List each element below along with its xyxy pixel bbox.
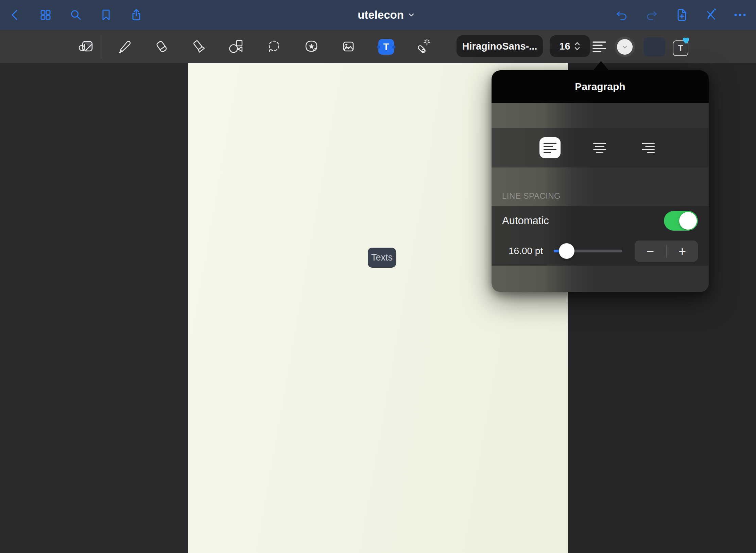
font-size-label: 16 xyxy=(559,41,570,52)
popover-band xyxy=(492,266,709,292)
chevron-down-small-icon xyxy=(622,44,628,50)
shapes-tool-button[interactable] xyxy=(226,37,245,56)
alignment-group xyxy=(492,128,709,167)
bookmark-button[interactable] xyxy=(99,7,114,22)
notes-app-window: utelecon xyxy=(0,0,756,553)
laser-pointer-tool-button[interactable] xyxy=(414,37,433,56)
grid-icon xyxy=(38,7,53,22)
share-icon xyxy=(129,7,144,22)
end-editing-button[interactable] xyxy=(703,7,718,22)
popover-title: Paragraph xyxy=(575,81,625,92)
undo-icon xyxy=(614,7,629,22)
redo-icon xyxy=(644,7,659,22)
automatic-label: Automatic xyxy=(502,215,549,227)
chevron-down-icon xyxy=(408,12,415,18)
align-left-glyph-icon xyxy=(544,142,556,154)
up-down-chevrons-icon xyxy=(574,40,581,52)
text-tool-button[interactable]: T xyxy=(377,37,396,56)
page-grid-button[interactable] xyxy=(38,7,53,22)
scribble-tool-button[interactable] xyxy=(77,37,96,56)
sticker-icon xyxy=(302,37,321,56)
align-left-icon xyxy=(592,41,606,53)
shapes-icon xyxy=(226,37,245,56)
align-center-button[interactable] xyxy=(584,132,615,163)
ellipsis-icon xyxy=(733,7,748,22)
increase-button[interactable]: + xyxy=(667,240,698,262)
lasso-tool-button[interactable] xyxy=(264,37,284,56)
redo-button[interactable] xyxy=(644,7,659,22)
pen-icon xyxy=(115,37,134,56)
highlighter-icon xyxy=(190,37,209,56)
favorite-text-style-button[interactable]: T xyxy=(670,37,689,56)
search-button[interactable] xyxy=(68,7,83,22)
text-handle-right xyxy=(392,46,395,49)
share-button[interactable] xyxy=(129,7,144,22)
align-right-button[interactable] xyxy=(633,132,664,163)
text-color-swatch[interactable] xyxy=(615,37,635,57)
decrease-button[interactable]: − xyxy=(635,240,666,262)
back-button[interactable] xyxy=(8,7,23,22)
document-title-button[interactable]: utelecon xyxy=(345,0,427,30)
font-family-button[interactable]: HiraginoSans-... xyxy=(457,35,543,57)
line-spacing-controls: Automatic 16.00 pt − + xyxy=(492,206,709,266)
line-spacing-section-label: LINE SPACING xyxy=(502,191,561,201)
search-icon xyxy=(68,7,83,22)
line-spacing-value: 16.00 pt xyxy=(509,246,543,256)
toggle-knob xyxy=(679,212,697,230)
paragraph-options-button[interactable] xyxy=(590,37,609,56)
image-tool-button[interactable] xyxy=(339,37,358,56)
pencil-cross-icon xyxy=(703,7,718,22)
lasso-icon xyxy=(264,37,284,56)
paragraph-popover: Paragraph LINE SPACING Autom xyxy=(492,70,709,292)
sticker-tool-button[interactable] xyxy=(302,37,321,56)
text-handle-left xyxy=(377,46,380,49)
page-title: utelecon xyxy=(358,8,404,21)
align-center-glyph-icon xyxy=(593,142,606,154)
font-size-stepper[interactable]: 16 xyxy=(550,35,590,57)
align-left-button[interactable] xyxy=(534,132,566,163)
more-button[interactable] xyxy=(733,7,748,22)
bookmark-icon xyxy=(99,7,114,22)
scribble-icon xyxy=(77,37,96,56)
slider-knob[interactable] xyxy=(559,243,574,259)
line-spacing-stepper: − + xyxy=(635,240,698,262)
heart-icon xyxy=(682,37,690,45)
eraser-icon xyxy=(152,37,171,56)
line-spacing-slider[interactable] xyxy=(554,240,622,262)
add-page-icon xyxy=(674,7,689,22)
color-well xyxy=(617,39,633,55)
eraser-tool-button[interactable] xyxy=(152,37,171,56)
text-tool-selected-icon: T xyxy=(378,39,394,55)
laser-pointer-icon xyxy=(414,37,433,56)
highlighter-tool-button[interactable] xyxy=(190,37,209,56)
font-family-label: HiraginoSans-... xyxy=(462,41,537,52)
text-object[interactable]: Texts xyxy=(368,248,396,268)
image-icon xyxy=(339,37,358,56)
align-right-glyph-icon xyxy=(642,142,655,154)
toolbar-divider xyxy=(101,35,101,59)
pen-tool-button[interactable] xyxy=(115,37,134,56)
inactive-style-swatch xyxy=(643,37,665,56)
tools-toolbar: T HiraginoSans-... 16 xyxy=(0,30,756,63)
automatic-toggle[interactable] xyxy=(664,211,698,231)
popover-header: Paragraph xyxy=(492,70,709,103)
undo-button[interactable] xyxy=(614,7,629,22)
navbar: utelecon xyxy=(0,0,756,30)
popover-band xyxy=(492,103,709,128)
add-page-button[interactable] xyxy=(674,7,689,22)
back-chevron-icon xyxy=(8,7,23,22)
